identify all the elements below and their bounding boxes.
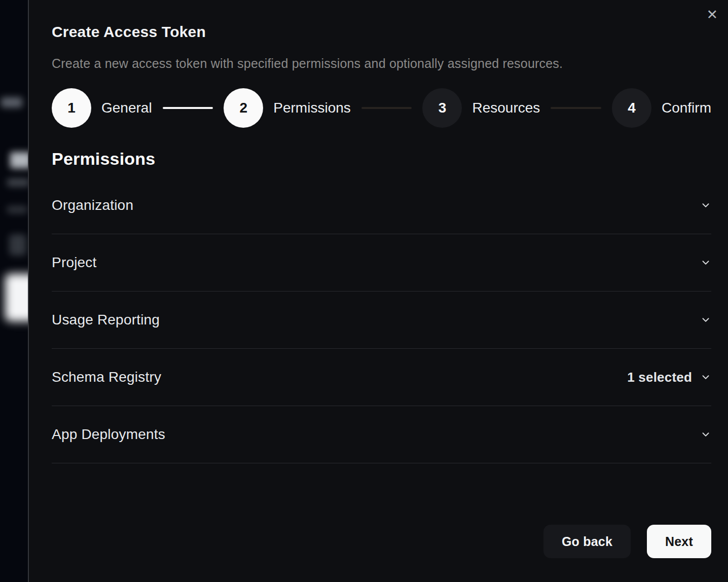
- page-backdrop: [0, 0, 29, 582]
- step-label: Resources: [472, 100, 540, 116]
- permissions-accordion-list: Organization Project Usage Reporting Sch…: [52, 177, 711, 463]
- chevron-down-icon: [700, 200, 711, 211]
- stepper-step-confirm[interactable]: 4Confirm: [612, 88, 711, 128]
- accordion-row-right: [692, 314, 711, 325]
- accordion-row-right: [692, 200, 711, 211]
- blurred-text-line: [7, 178, 29, 187]
- step-number-circle: 4: [612, 88, 651, 128]
- step-number-circle: 2: [224, 88, 263, 128]
- go-back-button[interactable]: Go back: [543, 525, 631, 558]
- accordion-row-schema-registry[interactable]: Schema Registry 1 selected: [52, 349, 711, 406]
- accordion-row-right: [692, 429, 711, 440]
- chevron-down-icon: [700, 429, 711, 440]
- stepper-step-general[interactable]: 1General: [52, 88, 152, 128]
- step-number-circle: 3: [422, 88, 462, 128]
- stepper-connector: [551, 107, 601, 109]
- accordion-row-right: 1 selected: [627, 370, 711, 385]
- blurred-text-line: [7, 206, 27, 213]
- create-access-token-screen: ✕ Create Access Token Create a new acces…: [0, 0, 728, 582]
- step-label: Confirm: [662, 100, 711, 116]
- accordion-row-app-deployments[interactable]: App Deployments: [52, 406, 711, 463]
- close-icon[interactable]: ✕: [706, 8, 718, 22]
- next-button[interactable]: Next: [647, 525, 711, 558]
- accordion-label: App Deployments: [52, 426, 165, 443]
- modal-subtitle: Create a new access token with specified…: [52, 56, 711, 71]
- create-access-token-modal: ✕ Create Access Token Create a new acces…: [28, 0, 728, 582]
- modal-title: Create Access Token: [52, 23, 711, 41]
- chevron-down-icon: [700, 372, 711, 383]
- accordion-label: Usage Reporting: [52, 312, 160, 328]
- wizard-stepper: 1General2Permissions3Resources4Confirm: [52, 88, 711, 128]
- accordion-label: Schema Registry: [52, 369, 161, 385]
- accordion-label: Organization: [52, 197, 133, 213]
- accordion-row-project[interactable]: Project: [52, 234, 711, 292]
- accordion-row-right: [692, 257, 711, 268]
- chevron-down-icon: [700, 257, 711, 268]
- selected-count-badge: 1 selected: [627, 370, 692, 385]
- stepper-connector: [361, 107, 412, 109]
- accordion-row-usage-reporting[interactable]: Usage Reporting: [52, 292, 711, 349]
- blurred-nav-item: [1, 97, 22, 107]
- chevron-down-icon: [700, 314, 711, 325]
- step-label: Permissions: [273, 100, 350, 116]
- step-number-circle: 1: [52, 88, 91, 128]
- blurred-icon: [9, 234, 26, 256]
- stepper-connector: [163, 107, 213, 109]
- section-heading: Permissions: [52, 149, 711, 169]
- accordion-label: Project: [52, 254, 97, 271]
- modal-footer: Go back Next: [52, 525, 711, 558]
- stepper-step-permissions[interactable]: 2Permissions: [224, 88, 350, 128]
- step-label: General: [101, 100, 152, 116]
- accordion-row-organization[interactable]: Organization: [52, 177, 711, 234]
- stepper-step-resources[interactable]: 3Resources: [422, 88, 540, 128]
